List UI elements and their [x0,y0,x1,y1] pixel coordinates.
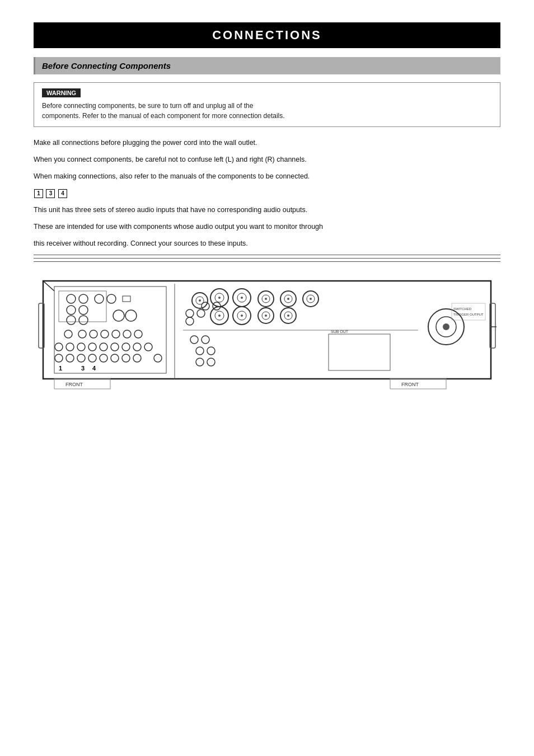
svg-point-87 [196,347,204,355]
svg-point-29 [133,343,141,351]
divider-1 [34,255,500,255]
body-para-2: When you connect components, be careful … [34,154,500,165]
svg-point-30 [144,343,152,351]
svg-point-55 [287,298,289,300]
badge-3: 3 [46,189,55,198]
svg-point-36 [111,354,119,362]
svg-point-70 [265,314,267,317]
svg-point-37 [122,354,130,362]
svg-point-15 [64,330,72,338]
panel-num-3: 3 [81,365,85,372]
svg-point-35 [100,354,107,362]
svg-point-67 [241,314,243,317]
svg-point-76 [190,336,198,344]
svg-point-59 [186,309,194,317]
section-header: Before Connecting Components [34,57,500,74]
svg-text:SUB OUT: SUB OUT [331,330,349,334]
svg-rect-83 [452,303,485,320]
svg-point-7 [107,294,116,303]
warning-text-1: Before connecting components, be sure to… [42,101,492,111]
svg-point-64 [218,314,221,317]
body-para-3: When making connections, also refer to t… [34,171,500,182]
svg-point-39 [154,354,162,362]
svg-rect-8 [123,296,130,302]
svg-rect-0 [43,281,491,379]
rear-panel-svg: 1 3 4 [34,275,500,393]
svg-text:FRONT: FRONT [401,382,419,387]
badge-1: 1 [34,189,43,198]
svg-text:FRONT: FRONT [65,382,83,387]
svg-point-5 [79,294,88,303]
warning-text-2: components. Refer to the manual of each … [42,111,492,121]
divider-3 [34,261,500,262]
svg-point-43 [199,299,201,302]
body-para-5: These are intended for use with componen… [34,221,500,232]
rear-panel-diagram: 1 3 4 [38,275,496,393]
svg-point-6 [95,294,104,303]
svg-point-32 [66,354,74,362]
warning-box: WARNING Before connecting components, be… [34,82,500,127]
svg-point-23 [66,343,74,351]
divider-lines [34,255,500,262]
svg-point-18 [101,330,109,338]
svg-point-20 [123,330,131,338]
panel-num-1: 1 [59,365,62,372]
svg-rect-2 [54,287,166,373]
svg-point-46 [218,297,221,299]
divider-2 [34,258,500,259]
svg-point-31 [55,354,63,362]
svg-point-26 [100,343,107,351]
svg-text:TRIGGER OUTPUT: TRIGGER OUTPUT [453,313,484,316]
svg-point-4 [67,294,76,303]
svg-point-89 [196,358,204,366]
svg-point-19 [112,330,120,338]
svg-point-22 [55,343,63,351]
body-para-6: this receiver without recording. Connect… [34,238,500,249]
svg-rect-75 [329,334,390,370]
svg-point-52 [265,298,267,300]
svg-point-24 [77,343,85,351]
svg-point-17 [90,330,97,338]
svg-point-82 [443,323,449,330]
svg-point-60 [197,309,205,317]
rear-panel-container: 1 3 4 [34,275,500,393]
svg-point-33 [77,354,85,362]
svg-point-14 [125,310,137,321]
warning-label: WARNING [42,88,81,97]
page-container: CONNECTIONS Before Connecting Components… [0,0,534,756]
svg-line-1 [43,281,54,291]
svg-point-34 [88,354,96,362]
body-badges-line: 1 3 4 [34,187,500,199]
svg-point-88 [207,347,215,355]
svg-point-10 [79,306,88,314]
connections-title: CONNECTIONS [212,28,322,42]
svg-point-11 [67,316,76,325]
svg-point-12 [79,316,88,325]
svg-point-61 [186,317,194,325]
svg-point-77 [202,336,209,344]
svg-point-58 [310,298,312,300]
svg-point-38 [133,354,141,362]
svg-text:SWITCHED: SWITCHED [453,307,472,311]
badge-4: 4 [58,189,67,198]
svg-point-90 [207,358,215,366]
svg-point-49 [241,297,243,299]
svg-point-73 [287,314,289,317]
svg-point-9 [67,306,76,314]
svg-point-21 [134,330,142,338]
svg-point-25 [88,343,96,351]
svg-point-16 [78,330,86,338]
panel-num-4: 4 [92,365,96,372]
body-para-1: Make all connections before plugging the… [34,137,500,148]
connections-title-bar: CONNECTIONS [34,22,500,48]
svg-rect-3 [59,291,106,322]
svg-point-28 [122,343,130,351]
section-header-text: Before Connecting Components [42,61,171,71]
svg-point-27 [111,343,119,351]
body-para-4: This unit has three sets of stereo audio… [34,204,500,215]
svg-point-13 [113,310,124,321]
